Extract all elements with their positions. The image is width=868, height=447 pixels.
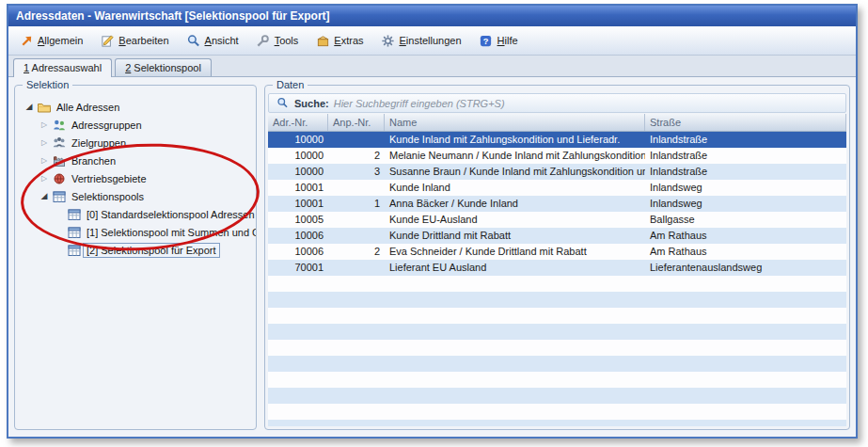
table-empty-row[interactable] [268,372,846,388]
table-row[interactable]: 100003Susanne Braun / Kunde Inland mit Z… [268,164,846,180]
selection-tree: ◢Alle Adressen▷Adressgruppen▷Zielgruppen… [15,86,256,429]
cell-name: Susanne Braun / Kunde Inland mit Zahlung… [385,164,645,180]
expander-collapsed-icon[interactable]: ▷ [38,152,51,169]
menu-item-label: Allgemein [38,35,83,46]
territory-globe-icon [51,171,68,186]
svg-text:?: ? [483,37,489,46]
cell-anp-nr [328,388,385,404]
expander-expanded-icon[interactable]: ◢ [23,98,36,116]
cell-anp-nr [328,180,385,196]
cell-anp-nr [328,212,385,228]
tree-item-label: [0] Standardselektionspool Adressen [83,207,256,222]
tab-1[interactable]: 1 Adressauswahl [13,58,112,77]
table-empty-row[interactable] [268,308,846,324]
cell-name: Lieferant EU Ausland [385,260,645,276]
cell-adr-nr [268,404,328,420]
tree-item-label: Zielgruppen [68,136,130,151]
table-row[interactable]: 10000Kunde Inland mit Zahlungskondition … [268,132,846,148]
table-empty-row[interactable] [268,404,846,420]
folder-icon [36,100,53,115]
table-row[interactable]: 70001Lieferant EU AuslandLieferantenausl… [268,260,846,276]
table-row[interactable]: 10006Kunde Drittland mit RabattAm Rathau… [268,228,846,244]
cell-strasse: Inlandstraße [645,148,846,164]
table-row[interactable]: 100011Anna Bäcker / Kunde InlandInlandsw… [268,196,846,212]
table-empty-row[interactable] [268,324,846,340]
tree-item[interactable]: [2] Selektionspool für Export [17,241,254,259]
menu-item-allgemein[interactable]: Allgemein [14,30,87,51]
column-header-1[interactable]: Anp.-Nr. [328,114,385,131]
menu-item-einstellungen[interactable]: Einstellungen [376,30,466,51]
table-empty-row[interactable] [268,340,846,356]
cell-strasse [645,372,846,388]
cell-adr-nr: 10005 [268,212,328,228]
table-row[interactable]: 10001Kunde InlandInlandsweg [268,180,846,196]
menu-item-ansicht[interactable]: Ansicht [181,30,244,51]
tree-item-label: [2] Selektionspool für Export [83,243,220,258]
table-empty-row[interactable] [268,292,846,308]
tree-item[interactable]: ◢Alle Adressen [17,98,254,116]
cell-adr-nr: 10000 [268,132,328,148]
cell-adr-nr [268,324,328,340]
tree-item-label: Adressgruppen [68,118,146,133]
tree-item[interactable]: ▷Branchen [17,152,254,169]
cell-strasse: Inlandsweg [645,180,846,196]
tree-item[interactable]: ▷Zielgruppen [17,134,254,152]
tree-item[interactable]: [0] Standardselektionspool Adressen [17,205,254,223]
cell-name: Kunde Drittland mit Rabatt [385,228,645,244]
cell-adr-nr: 10006 [268,228,328,244]
tree-item-label: Alle Adressen [53,100,123,115]
column-header-0[interactable]: Adr.-Nr. [268,114,328,131]
menu-item-extras[interactable]: Extras [310,30,368,51]
cell-name [385,420,645,426]
search-icon [275,96,290,111]
cell-name [385,308,645,324]
cell-name [385,292,645,308]
cell-name: Kunde EU-Ausland [385,212,645,228]
expander-expanded-icon[interactable]: ◢ [38,187,51,205]
table-empty-row[interactable] [268,276,846,292]
tab-label: 2 Selektionspool [125,62,201,73]
data-panel-caption: Daten [273,79,308,91]
expander-collapsed-icon[interactable]: ▷ [38,169,51,187]
table-row[interactable]: 10005Kunde EU-AuslandBallgasse [268,212,846,228]
tree-item[interactable]: ▷Vertriebsgebiete [17,169,254,187]
magnifier-icon [186,33,201,48]
cell-adr-nr [268,340,328,356]
menu-item-hilfe[interactable]: ?Hilfe [474,30,523,51]
expander-collapsed-icon[interactable]: ▷ [38,116,51,134]
table-empty-row[interactable] [268,388,846,404]
menu-item-label: Bearbeiten [118,35,168,46]
cell-name [385,388,645,404]
column-header-3[interactable]: Straße [645,114,846,131]
cell-adr-nr: 10001 [268,196,328,212]
table-row[interactable]: 100002Melanie Neumann / Kunde Inland mit… [268,148,846,164]
tree-item[interactable]: ▷Adressgruppen [17,116,254,134]
title-bar[interactable]: Adressdaten - Warenwirtschaft [Selektion… [8,6,856,26]
gear-icon [381,33,396,48]
cell-name [385,276,645,292]
cell-anp-nr: 1 [328,196,385,212]
window-title: Adressdaten - Warenwirtschaft [Selektion… [16,9,330,23]
tree-item[interactable]: [1] Selektionspool mit Summen und Grupp [17,223,254,241]
main-area: Selektion ◢Alle Adressen▷Adressgruppen▷Z… [8,76,856,437]
package-box-icon [315,33,330,48]
cell-anp-nr [328,420,385,426]
table-empty-row[interactable] [268,420,846,426]
tab-2[interactable]: 2 Selektionspool [115,58,212,76]
cell-strasse: Am Rathaus [645,244,846,260]
industry-icon [51,153,68,168]
cell-strasse: Lieferantenauslandsweg [645,260,846,276]
selection-pool-icon [66,243,83,258]
expander-collapsed-icon[interactable]: ▷ [38,134,51,152]
cell-strasse [645,324,846,340]
table-empty-row[interactable] [268,356,846,372]
search-input[interactable]: Suche: Hier Suchbegriff eingeben (STRG+S… [268,93,846,113]
cell-anp-nr: 2 [328,148,385,164]
cell-adr-nr: 70001 [268,260,328,276]
menu-item-bearbeiten[interactable]: Bearbeiten [95,30,173,51]
table-row[interactable]: 100062Eva Schneider / Kunde Drittland mi… [268,244,846,260]
column-header-2[interactable]: Name [385,114,645,131]
tree-item[interactable]: ◢Selektionspools [17,187,254,205]
selection-panel-caption: Selektion [23,79,72,91]
menu-item-tools[interactable]: Tools [251,30,304,51]
